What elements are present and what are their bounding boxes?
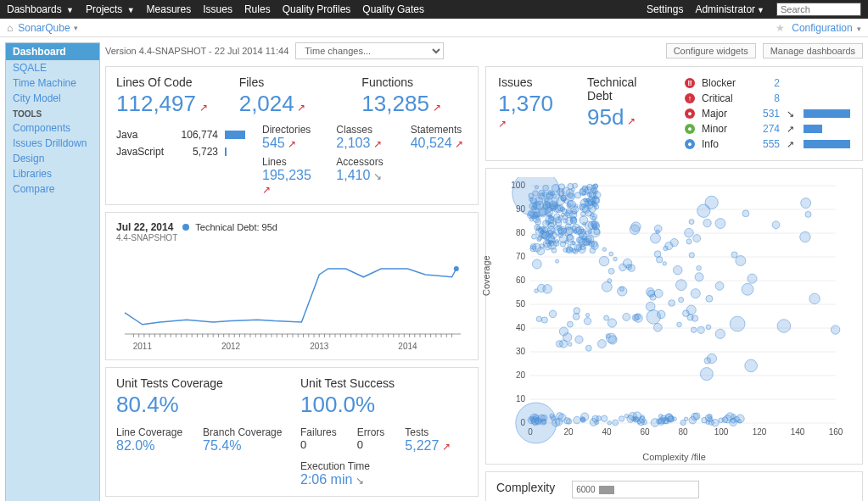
lang-bar [225, 148, 227, 156]
lang-name: JavaScript [116, 146, 169, 158]
nav-quality-gates[interactable]: Quality Gates [362, 3, 424, 15]
sidebar-tool-issues-drilldown[interactable]: Issues Drilldown [6, 136, 99, 151]
technical-debt-value[interactable]: 95d [587, 104, 624, 130]
svg-point-390 [695, 273, 703, 281]
lang-bar [225, 131, 245, 139]
lang-count: 106,774 [176, 129, 218, 141]
severity-count[interactable]: 8 [749, 92, 780, 104]
issues-title: Issues [498, 75, 553, 89]
branch-coverage-value[interactable]: 75.4% [203, 438, 282, 454]
svg-point-359 [604, 315, 609, 320]
nav-quality-profiles[interactable]: Quality Profiles [283, 3, 351, 15]
svg-point-434 [719, 418, 724, 423]
svg-point-367 [608, 319, 616, 327]
svg-point-387 [686, 305, 696, 315]
global-search-input[interactable] [776, 3, 861, 16]
sidebar-tool-components[interactable]: Components [6, 120, 99, 136]
svg-point-272 [586, 198, 591, 203]
directories-value[interactable]: 545 [262, 136, 285, 150]
sidebar-tool-design[interactable]: Design [6, 151, 99, 166]
svg-point-357 [653, 323, 662, 331]
svg-point-514 [670, 238, 678, 246]
svg-point-318 [538, 236, 542, 240]
line-coverage-value[interactable]: 82.0% [116, 438, 182, 454]
svg-point-402 [532, 259, 541, 269]
sidebar-tool-compare[interactable]: Compare [6, 181, 99, 197]
nav-rules[interactable]: Rules [244, 3, 271, 15]
severity-count[interactable]: 555 [749, 138, 780, 150]
svg-point-235 [588, 204, 596, 212]
failures-value: 0 [300, 438, 337, 451]
line-chart: 2011201220132014 [116, 242, 469, 353]
time-changes-select[interactable]: Time changes... [295, 42, 444, 59]
scatter-x-label: Complexity /file [642, 452, 706, 462]
lines-label: Lines [262, 156, 319, 168]
svg-point-267 [552, 194, 557, 199]
severity-count[interactable]: 274 [749, 123, 780, 135]
settings-link[interactable]: Settings [647, 3, 683, 15]
svg-point-369 [677, 322, 682, 327]
svg-point-493 [801, 198, 811, 209]
nav-dashboards[interactable]: Dashboards ▼ [7, 3, 74, 15]
nav-issues[interactable]: Issues [203, 3, 232, 15]
svg-point-496 [693, 235, 701, 242]
exec-time-value[interactable]: 2:06 min [300, 472, 352, 487]
accessors-value[interactable]: 1,410 [336, 168, 370, 182]
functions-value[interactable]: 13,285 [361, 91, 429, 116]
issues-value[interactable]: 1,370 [498, 91, 553, 116]
statements-value[interactable]: 40,524 [411, 136, 452, 150]
svg-point-213 [532, 234, 537, 239]
errors-value: 0 [357, 438, 385, 451]
svg-text:10: 10 [516, 394, 526, 404]
svg-point-349 [608, 268, 614, 274]
trend-up-icon: ↗ [498, 118, 507, 130]
svg-point-386 [634, 314, 642, 322]
manage-dashboards-button[interactable]: Manage dashboards [763, 43, 863, 58]
svg-point-302 [572, 209, 577, 214]
lang-name: Java [116, 129, 169, 141]
svg-point-401 [602, 281, 612, 292]
svg-point-211 [533, 191, 539, 197]
sidebar-tool-libraries[interactable]: Libraries [6, 166, 99, 181]
severity-count[interactable]: 2 [749, 77, 780, 89]
svg-point-421 [613, 420, 619, 426]
home-icon[interactable]: ⌂ [7, 22, 13, 34]
svg-point-382 [536, 316, 541, 321]
svg-point-476 [552, 419, 560, 426]
svg-point-282 [574, 204, 578, 209]
svg-point-501 [647, 310, 661, 325]
svg-point-433 [724, 415, 731, 423]
coverage-value[interactable]: 80.4% [116, 392, 179, 417]
svg-point-400 [697, 266, 702, 271]
severity-bar [804, 125, 822, 133]
loc-value[interactable]: 112,497 [116, 91, 196, 116]
lines-value[interactable]: 195,235 [262, 168, 311, 182]
configuration-menu[interactable]: Configuration ▾ [792, 22, 861, 34]
unit-test-success-value[interactable]: 100.0% [300, 392, 375, 417]
svg-point-376 [651, 233, 661, 243]
classes-label: Classes [336, 124, 393, 136]
star-icon[interactable]: ★ [776, 22, 785, 34]
files-value[interactable]: 2,024 [239, 91, 294, 116]
sidebar-item-dashboard[interactable]: Dashboard [6, 43, 99, 60]
nav-projects[interactable]: Projects ▼ [86, 3, 135, 15]
svg-point-483 [684, 417, 687, 420]
svg-point-479 [731, 414, 736, 418]
sidebar-item-city-model[interactable]: City Model [6, 91, 99, 106]
severity-bar [804, 109, 850, 118]
classes-value[interactable]: 2,103 [336, 136, 370, 150]
configure-widgets-button[interactable]: Configure widgets [666, 43, 756, 58]
sidebar-item-sqale[interactable]: SQALE [6, 60, 99, 75]
breadcrumb[interactable]: SonarQube [18, 22, 70, 34]
svg-point-325 [543, 285, 552, 294]
sidebar-item-time-machine[interactable]: Time Machine [6, 75, 99, 91]
nav-measures[interactable]: Measures [147, 3, 192, 15]
severity-count[interactable]: 531 [749, 108, 780, 120]
svg-point-397 [597, 340, 606, 348]
admin-menu[interactable]: Administrator▼ [695, 3, 764, 15]
functions-title: Functions [361, 75, 468, 89]
svg-point-366 [574, 227, 581, 234]
severity-row-minor: ●Minor274↗ [685, 121, 850, 136]
svg-point-473 [529, 417, 533, 420]
tests-value[interactable]: 5,227 [405, 438, 439, 453]
